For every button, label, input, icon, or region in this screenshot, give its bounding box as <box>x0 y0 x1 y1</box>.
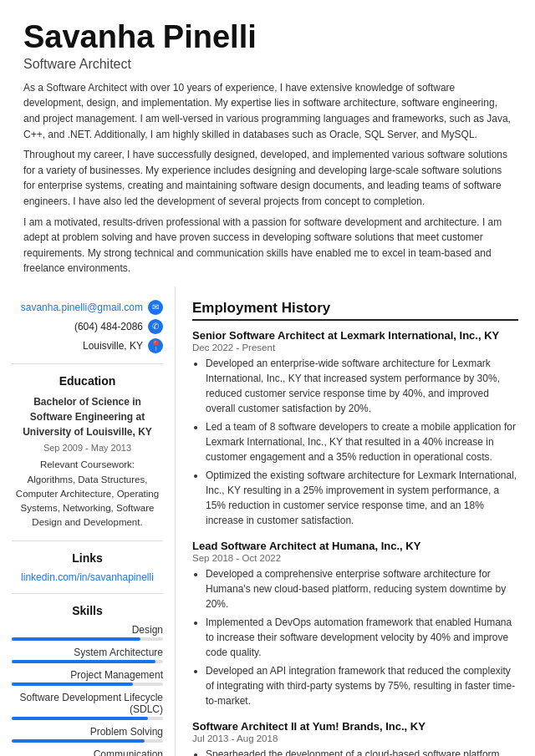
job-bullet: Spearheaded the development of a cloud-b… <box>206 747 518 756</box>
email-icon: ✉ <box>148 300 163 315</box>
contact-phone: (604) 484-2086 ✆ <box>12 319 163 334</box>
job-block: Senior Software Architect at Lexmark Int… <box>192 329 518 528</box>
job-bullet: Implemented a DevOps automation framewor… <box>206 615 518 660</box>
left-column: savanha.pinelli@gmail.com ✉ (604) 484-20… <box>0 287 176 756</box>
skill-bar-bg <box>12 682 163 686</box>
skill-name: Software Development Lifecycle (SDLC) <box>12 692 163 715</box>
contact-email: savanha.pinelli@gmail.com ✉ <box>12 300 163 315</box>
skill-item: Project Management <box>12 669 163 686</box>
skills-title: Skills <box>12 604 163 617</box>
location-icon: 📍 <box>148 338 163 353</box>
education-title: Education <box>12 374 163 388</box>
job-bullet: Developed an enterprise-wide software ar… <box>206 356 518 416</box>
job-bullet: Optimized the existing software architec… <box>206 468 518 528</box>
summary-p3: I am a motivated, results-driven profess… <box>23 215 512 277</box>
job-block: Software Architect II at Yum! Brands, In… <box>192 720 518 756</box>
skill-bar-fill <box>12 660 155 663</box>
divider-1 <box>12 363 163 364</box>
right-column: Employment History Senior Software Archi… <box>176 287 535 756</box>
header-summary: As a Software Architect with over 10 yea… <box>23 80 512 277</box>
links-title: Links <box>12 551 163 565</box>
email-link[interactable]: savanha.pinelli@gmail.com <box>21 302 143 313</box>
job-dates: Jul 2013 - Aug 2018 <box>192 733 518 743</box>
skill-bar-bg <box>12 717 163 720</box>
skills-section: Skills Design System Architecture Projec… <box>12 604 163 756</box>
skill-bar-fill <box>12 682 133 686</box>
skill-name: Communication <box>12 748 163 756</box>
job-title: Software Architect II at Yum! Brands, In… <box>192 720 518 733</box>
skill-item: System Architecture <box>12 647 163 663</box>
skill-item: Software Development Lifecycle (SDLC) <box>12 692 163 720</box>
skill-bar-bg <box>12 660 163 663</box>
skill-bar-fill <box>12 739 145 743</box>
phone-text: (604) 484-2086 <box>74 321 143 332</box>
main-layout: savanha.pinelli@gmail.com ✉ (604) 484-20… <box>0 287 535 756</box>
header-name: Savanha Pinelli <box>23 20 512 55</box>
phone-icon: ✆ <box>148 319 163 334</box>
skill-name: System Architecture <box>12 647 163 658</box>
summary-p2: Throughout my career, I have successfull… <box>23 147 512 209</box>
skill-item: Problem Solving <box>12 726 163 743</box>
divider-2 <box>12 540 163 541</box>
job-title: Lead Software Architect at Humana, Inc.,… <box>192 540 518 552</box>
job-bullets: Spearheaded the development of a cloud-b… <box>192 747 518 756</box>
location-text: Louisville, KY <box>83 340 143 352</box>
skill-item: Design <box>12 624 163 641</box>
job-dates: Dec 2022 - Present <box>192 342 518 353</box>
header-section: Savanha Pinelli Software Architect As a … <box>0 0 535 287</box>
edu-dates: Sep 2009 - May 2013 <box>12 441 163 455</box>
skill-name: Project Management <box>12 669 163 681</box>
job-title: Senior Software Architect at Lexmark Int… <box>192 329 518 342</box>
job-bullet: Developed an API integration framework t… <box>206 663 518 708</box>
skill-name: Design <box>12 624 163 636</box>
skill-item: Communication <box>12 748 163 756</box>
linkedin-link[interactable]: linkedin.com/in/savanhapinelli <box>12 571 163 583</box>
edu-coursework-label: Relevant Coursework: <box>12 458 163 472</box>
jobs-list: Senior Software Architect at Lexmark Int… <box>192 329 518 756</box>
education-section: Education Bachelor of Science in Softwar… <box>12 374 163 530</box>
job-dates: Sep 2018 - Oct 2022 <box>192 553 518 563</box>
job-bullets: Developed a comprehensive enterprise sof… <box>192 566 518 708</box>
job-block: Lead Software Architect at Humana, Inc.,… <box>192 540 518 708</box>
divider-3 <box>12 593 163 594</box>
skill-name: Problem Solving <box>12 726 163 738</box>
job-bullet: Developed a comprehensive enterprise sof… <box>206 566 518 611</box>
links-section: Links linkedin.com/in/savanhapinelli <box>12 551 163 583</box>
employment-title: Employment History <box>192 300 518 321</box>
job-bullets: Developed an enterprise-wide software ar… <box>192 356 518 528</box>
contact-location: Louisville, KY 📍 <box>12 338 163 353</box>
contact-section: savanha.pinelli@gmail.com ✉ (604) 484-20… <box>12 300 163 353</box>
summary-p1: As a Software Architect with over 10 yea… <box>23 80 512 142</box>
skill-bar-fill <box>12 637 140 641</box>
skills-list: Design System Architecture Project Manag… <box>12 624 163 756</box>
job-bullet: Led a team of 8 software developers to c… <box>206 419 518 464</box>
header-title: Software Architect <box>23 57 512 72</box>
edu-coursework: Algorithms, Data Structures, Computer Ar… <box>12 473 163 530</box>
skill-bar-fill <box>12 717 148 720</box>
skill-bar-bg <box>12 637 163 641</box>
skill-bar-bg <box>12 739 163 743</box>
education-block: Bachelor of Science in Software Engineer… <box>12 394 163 530</box>
edu-degree: Bachelor of Science in Software Engineer… <box>12 394 163 439</box>
